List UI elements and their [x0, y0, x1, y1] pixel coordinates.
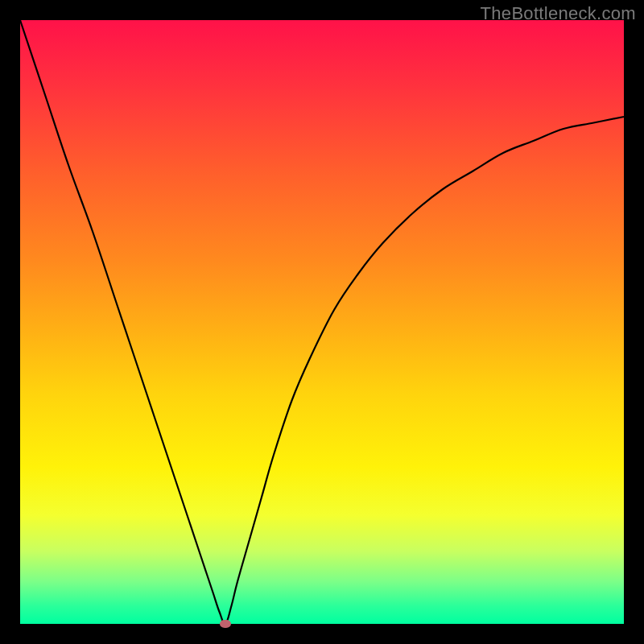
bottleneck-curve	[20, 20, 624, 624]
plot-area	[20, 20, 624, 624]
chart-stage: TheBottleneck.com	[0, 0, 644, 644]
minimum-marker	[220, 620, 231, 628]
curve-path	[20, 20, 624, 624]
watermark-text: TheBottleneck.com	[481, 3, 636, 24]
